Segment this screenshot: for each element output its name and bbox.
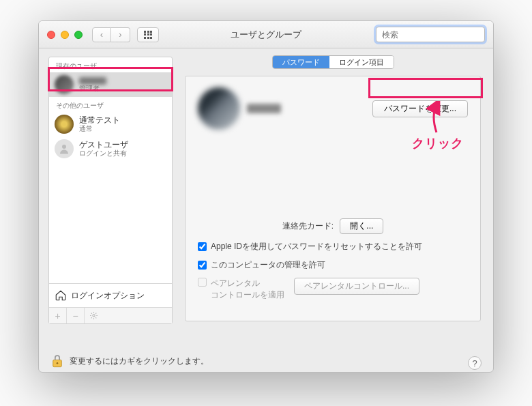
user-name: ゲストユーザ: [79, 140, 128, 149]
gear-icon: [89, 311, 98, 320]
lock-icon: [50, 353, 64, 368]
nav-back-forward: ‹ ›: [92, 27, 130, 42]
avatar-icon: [55, 115, 74, 134]
zoom-window-button[interactable]: [74, 31, 83, 39]
current-user-section-label: 現在のユーザ: [49, 57, 172, 72]
login-options-row[interactable]: ログインオプション: [49, 283, 172, 307]
sidebar-item-standard-user[interactable]: 通常テスト 通常: [49, 112, 172, 136]
back-button[interactable]: ‹: [92, 27, 111, 42]
svg-point-3: [92, 315, 94, 317]
tab-login-items[interactable]: ログイン項目: [329, 56, 394, 68]
avatar-icon: [55, 139, 74, 158]
window-body: 現在のユーザ 管理者 その他のユーザ 通常テスト 通常: [39, 48, 493, 372]
change-password-button[interactable]: パスワードを変更...: [372, 100, 468, 117]
prefpane-window: ‹ › ユーザとグループ 現在のユーザ 管理者 その他のユーザ: [38, 20, 494, 373]
user-role: 通常: [79, 125, 120, 133]
user-role: ログインと共有: [79, 149, 128, 158]
svg-point-5: [57, 362, 59, 364]
allow-appleid-reset-label: Apple IDを使用してパスワードをリセットすることを許可: [211, 241, 422, 252]
remove-user-button[interactable]: −: [67, 308, 85, 323]
sidebar-footer: + −: [49, 307, 172, 323]
user-name-hidden: [79, 77, 106, 85]
other-users-section-label: その他のユーザ: [49, 97, 172, 112]
parental-label-line1: ペアレンタル: [211, 278, 284, 289]
tab-bar: パスワード ログイン項目: [185, 55, 481, 69]
search-field[interactable]: [376, 27, 485, 42]
avatar-icon: [55, 75, 74, 94]
minimize-window-button[interactable]: [61, 31, 69, 39]
user-avatar-large[interactable]: [198, 87, 240, 130]
lock-text: 変更するにはカギをクリックします。: [70, 356, 209, 367]
house-icon: [55, 289, 67, 302]
allow-admin-label: このコンピュータの管理を許可: [211, 259, 325, 271]
svg-point-2: [62, 145, 66, 149]
allow-appleid-reset-checkbox[interactable]: [198, 242, 207, 251]
lock-bar[interactable]: 変更するにはカギをクリックします。: [50, 353, 209, 368]
user-role: 管理者: [79, 85, 106, 93]
annotation-click-label: クリック: [412, 135, 464, 151]
open-contact-button[interactable]: 開く...: [340, 218, 383, 234]
parental-label-line2: コントロールを適用: [211, 289, 284, 301]
search-input[interactable]: [382, 30, 484, 40]
close-window-button[interactable]: [47, 31, 55, 39]
grid-icon: [144, 31, 152, 39]
user-name: 通常テスト: [79, 115, 120, 125]
sidebar-gear-button[interactable]: [85, 308, 102, 323]
login-options-label: ログインオプション: [71, 290, 145, 302]
sidebar-item-guest-user[interactable]: ゲストユーザ ログインと共有: [49, 136, 172, 161]
parental-controls-button: ペアレンタルコントロール...: [294, 278, 419, 295]
help-button[interactable]: ?: [468, 356, 482, 370]
users-sidebar: 現在のユーザ 管理者 その他のユーザ 通常テスト 通常: [48, 57, 173, 324]
allow-admin-checkbox[interactable]: [198, 261, 207, 270]
sidebar-item-current-user[interactable]: 管理者: [49, 72, 172, 97]
person-icon: [58, 143, 70, 155]
titlebar: ‹ › ユーザとグループ: [39, 21, 493, 48]
traffic-lights: [47, 31, 83, 39]
tab-password[interactable]: パスワード: [273, 56, 329, 68]
annotation-arrow-icon: [423, 101, 450, 135]
user-fullname-hidden: [247, 104, 281, 113]
contact-card-label: 連絡先カード:: [282, 221, 334, 231]
main-pane: パスワード ログイン項目 パスワードを変更... 連絡先カード: 開く... A…: [173, 48, 493, 372]
add-user-button[interactable]: +: [49, 308, 67, 323]
show-all-prefs-button[interactable]: [137, 27, 159, 42]
parental-controls-checkbox: [198, 278, 207, 287]
forward-button[interactable]: ›: [111, 27, 130, 42]
